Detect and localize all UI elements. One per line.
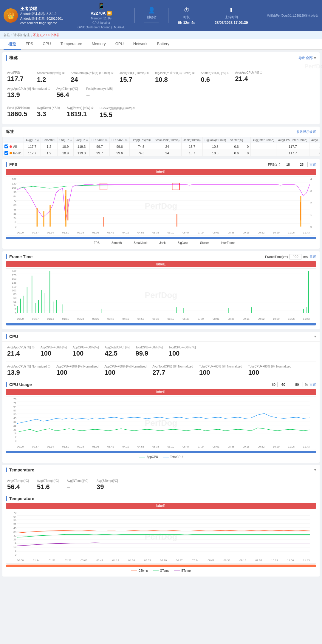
stat-label: Jank(卡顿) (/10min) ① xyxy=(120,71,149,75)
row-checkbox[interactable] xyxy=(4,145,8,148)
x-tick: 05:33 xyxy=(152,445,159,448)
col-dropfps: Drop(FPS)/h① xyxy=(130,137,153,143)
stat-label: BigJank(严重卡顿) (/10min) ① xyxy=(155,71,195,75)
x-tick: 11:43 xyxy=(303,559,310,562)
fps-scrollbar[interactable] xyxy=(6,237,316,239)
tab-fps[interactable]: FPS xyxy=(21,39,38,50)
export-button[interactable]: 导出全部 ▾ xyxy=(298,56,316,61)
fps-label-bar: label1 xyxy=(6,169,316,175)
table-cell: 8.5 xyxy=(309,150,320,156)
x-tick: 06:47 xyxy=(182,445,189,448)
tab-cpu[interactable]: CPU xyxy=(38,39,55,50)
stat-value: 15.7 xyxy=(120,76,149,84)
frametime-label: FrameTime(>=) xyxy=(265,255,288,259)
y-tick: 50 xyxy=(7,413,16,416)
fps-input1[interactable] xyxy=(282,162,294,167)
label-settings[interactable]: 参数显示设置 xyxy=(296,130,316,134)
table-cell: 74.6 xyxy=(130,143,153,150)
svg-rect-44 xyxy=(53,302,53,313)
fps-title: FPS xyxy=(6,162,17,167)
creator-label: 创建者 xyxy=(147,15,157,19)
stat-value: 13.9 xyxy=(7,91,50,99)
x-tick: 00:00 xyxy=(17,559,24,562)
user-info: 👑 王者荣耀 Android版本名称: 8.2.1.9 Android版本名称:… xyxy=(4,6,63,26)
stat-label: Avg(TotalCPU) [%] xyxy=(105,346,129,349)
temp-dropdown-icon[interactable]: ▾ xyxy=(314,468,316,472)
tab-overview[interactable]: 概览 xyxy=(4,39,21,50)
y-tick: 84 xyxy=(7,195,16,198)
tab-gpu[interactable]: GPU xyxy=(111,39,129,50)
cpu-input1[interactable] xyxy=(277,382,289,387)
x-tick: 04:56 xyxy=(137,231,144,234)
temp-legend: CTempGTempBTemp xyxy=(6,568,316,574)
fps-reset[interactable]: 重置 xyxy=(309,162,316,167)
x-tick: 00:00 xyxy=(17,231,24,234)
cpu-collapsible-header[interactable]: CPU ▾ xyxy=(2,332,320,342)
temp-collapsible-header[interactable]: Temperature ▾ xyxy=(2,465,320,475)
cpu-stat-item: AppCPU++80% [%] Normalized100 xyxy=(103,364,151,379)
user-name: 王者荣耀 xyxy=(20,6,63,12)
dropdown-icon[interactable]: ▾ xyxy=(314,56,316,60)
y-tick: 0 xyxy=(7,553,16,556)
cpu-stat-item: TotalCPU++80% [%]100 xyxy=(168,345,201,360)
fps-input2[interactable] xyxy=(296,162,308,167)
device-gpu: GPU: Qualcomm Adreno (TM) 642L xyxy=(78,26,125,29)
legend-label: CTemp xyxy=(138,569,148,572)
ft-scrollbar[interactable] xyxy=(6,323,316,325)
creator-block: 👤 创建者 ———— xyxy=(140,7,163,25)
y-tick: 45 xyxy=(7,527,16,530)
cpu-stat-item: AppCPU++60% [%]100 xyxy=(39,345,72,360)
table-row: All117.71.210.9119.399.799.674.62415.710… xyxy=(3,143,320,150)
y-tick: 51 xyxy=(7,523,16,526)
creator-value: ———— xyxy=(144,21,159,25)
cpu-input2[interactable] xyxy=(291,382,303,387)
cpu-unit: % xyxy=(305,383,308,386)
cpu-dropdown-icon[interactable]: ▾ xyxy=(314,334,316,339)
cpu-stat-item: AppCPU++80% [%]100 xyxy=(71,345,103,360)
table-cell: 10.8 xyxy=(202,150,228,156)
tab-temperature[interactable]: Temperature xyxy=(56,39,87,50)
cpu-scrollbar[interactable] xyxy=(6,451,316,453)
x-tick: 01:51 xyxy=(49,559,56,562)
frametime-reset[interactable]: 重置 xyxy=(309,255,316,259)
ft-y-axis: 18717015313611910285685134170 xyxy=(6,269,17,316)
y-tick: 71 xyxy=(7,402,16,405)
cpu-reset[interactable]: 重置 xyxy=(309,382,316,387)
frametime-input[interactable] xyxy=(290,254,301,259)
y-tick: 70 xyxy=(7,511,16,514)
table-cell: 119.3 xyxy=(74,143,90,150)
stat-value: 1.2 xyxy=(37,76,65,84)
table-row: label1117.71.210.9119.399.799.674.62415.… xyxy=(3,150,320,156)
temp-title: Temperature xyxy=(6,468,34,472)
stat-value: 56.4 xyxy=(7,483,31,491)
table-cell: 99.6 xyxy=(110,150,130,156)
label-section: 标签 参数显示设置 Avg(FPS) Smooth① Std(FPS) Var(… xyxy=(2,127,320,156)
x-tick: 01:51 xyxy=(62,317,69,320)
legend-label: Stutter xyxy=(200,241,209,245)
legend-item: CTemp xyxy=(131,569,148,572)
avatar: 👑 xyxy=(4,8,18,23)
stat-label: Send (KB/10min) xyxy=(7,106,31,110)
x-tick: 03:05 xyxy=(92,445,99,448)
fps-header: FPS FPS(≥=) 重置 xyxy=(6,162,316,167)
tab-battery[interactable]: Battery xyxy=(152,39,174,50)
tab-memory[interactable]: Memory xyxy=(87,39,111,50)
x-tick: 04:19 xyxy=(122,445,129,448)
stat-item: Avg(CTemp)[°C]56.4 xyxy=(55,86,85,101)
y-tick: 64 xyxy=(7,515,16,518)
y-tick: 0 xyxy=(7,312,16,315)
temp-scrollbar[interactable] xyxy=(6,565,316,567)
stat-label: Avg(BTemp)[°C] xyxy=(97,479,120,482)
stat-item: Avg(Power) [mW] ①1819.1 xyxy=(66,105,98,121)
legend-item: FPS xyxy=(86,241,99,245)
device-block: 📱 V2270A 国 Memory: 11.1G CPU: lahaina GP… xyxy=(73,2,130,29)
row-checkbox[interactable] xyxy=(4,151,8,155)
cpu-label: 60 xyxy=(272,383,275,386)
tab-network[interactable]: Network xyxy=(129,39,152,50)
table-cell: 0.6 xyxy=(228,143,245,150)
stat-value: 13.9 xyxy=(7,369,50,376)
overview-header: 概览 导出全部 ▾ xyxy=(6,55,316,61)
ft-plot xyxy=(17,270,310,316)
x-tick: 09:52 xyxy=(255,559,262,562)
legend-line xyxy=(139,457,145,457)
